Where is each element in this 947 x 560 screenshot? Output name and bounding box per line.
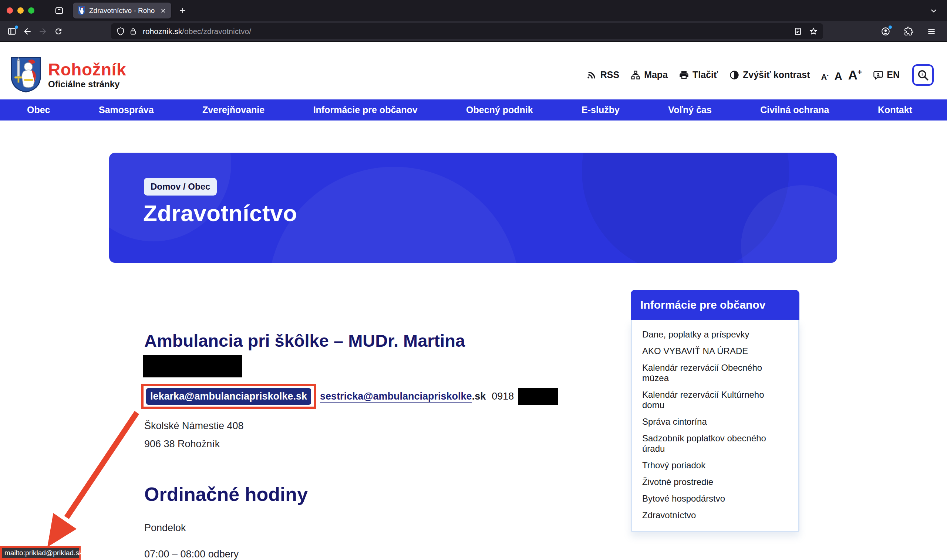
browser-window: Zdravotníctvo - Rohožník xyxy=(0,0,947,560)
site-logo[interactable]: Rohožník Oficiálne stránky xyxy=(10,56,126,93)
account-notification-dot xyxy=(888,26,892,29)
annotation-highlight-box: lekarka@ambulanciapriskolke.sk xyxy=(141,384,316,409)
sidebar-item-kalendar-muzea[interactable]: Kalendár rezervácií Obecného múzea xyxy=(642,363,788,383)
nav-item-informacie[interactable]: Informácie pre občanov xyxy=(313,105,418,115)
language-switcher[interactable]: EN xyxy=(873,69,900,80)
forward-button[interactable] xyxy=(36,25,49,38)
reload-button[interactable] xyxy=(52,25,65,38)
tab-title: Zdravotníctvo - Rohožník xyxy=(89,7,155,15)
sidebar-item-sprava-cintorina[interactable]: Správa cintorína xyxy=(642,417,788,427)
hours-heading: Ordinačné hodiny xyxy=(144,483,581,505)
sidebar-item-dane[interactable]: Dane, poplatky a príspevky xyxy=(642,329,788,340)
sidebar-toggle-button[interactable] xyxy=(5,25,19,38)
tab-favicon xyxy=(77,6,85,15)
lock-icon[interactable] xyxy=(129,27,137,36)
account-button[interactable] xyxy=(879,25,892,38)
breadcrumb[interactable]: Domov / Obec xyxy=(144,178,217,195)
contrast-toggle[interactable]: Zvýšiť kontrast xyxy=(729,69,810,80)
new-tab-button[interactable] xyxy=(177,5,188,16)
bookmark-star-icon[interactable] xyxy=(809,27,818,36)
tab-bar: Zdravotníctvo - Rohožník xyxy=(0,0,947,21)
header-utilities: RSS Mapa Tlačiť xyxy=(587,42,934,99)
webpage: Rohožník Oficiálne stránky RSS Mapa xyxy=(0,42,947,560)
clinic-heading: Ambulancia pri škôlke – MUDr. Martina xyxy=(144,330,581,352)
sitemap-icon xyxy=(630,70,641,80)
sidebar-item-bytove-hospodarstvo[interactable]: Bytové hospodárstvo xyxy=(642,494,788,504)
nurse-email-link[interactable]: sestricka@ambulanciapriskolke xyxy=(320,391,472,402)
print-label: Tlačiť xyxy=(693,69,718,80)
hero-banner: Domov / Obec Zdravotníctvo xyxy=(109,153,837,263)
nurse-email-suffix: .sk xyxy=(472,391,486,402)
nav-item-obec[interactable]: Obec xyxy=(27,105,50,115)
rss-label: RSS xyxy=(600,69,619,80)
phone-number: 0918 xyxy=(492,391,514,402)
redaction-box-phone xyxy=(518,388,558,405)
contrast-label: Zvýšiť kontrast xyxy=(743,69,810,80)
sitemap-link[interactable]: Mapa xyxy=(630,69,668,80)
print-link[interactable]: Tlačiť xyxy=(679,69,718,80)
redaction-box-name xyxy=(143,355,242,377)
sitemap-label: Mapa xyxy=(644,69,668,80)
status-bar-url: mailto:priklad@priklad.sk xyxy=(5,549,82,557)
hero-decoration xyxy=(109,153,231,242)
font-normal-button[interactable]: A xyxy=(834,70,842,82)
url-path: /obec/zdravotnictvo/ xyxy=(182,27,251,35)
day-label: Pondelok xyxy=(144,522,581,534)
status-bar-tooltip: mailto:priklad@priklad.sk xyxy=(0,546,81,560)
browser-tab[interactable]: Zdravotníctvo - Rohožník xyxy=(73,3,171,18)
search-button[interactable] xyxy=(912,64,934,86)
nav-item-kontakt[interactable]: Kontakt xyxy=(878,105,912,115)
main-navigation: Obec Samospráva Zverejňovanie Informácie… xyxy=(0,99,947,120)
zoom-window-button[interactable] xyxy=(28,8,34,14)
sidebar-item-zdravotnictvo[interactable]: Zdravotníctvo xyxy=(642,510,788,520)
url-text[interactable]: rohoznik.sk/obec/zdravotnictvo/ xyxy=(143,27,251,36)
language-icon xyxy=(873,70,883,80)
address-block: Školské Námestie 408 906 38 Rohožník xyxy=(144,420,581,450)
page-title: Zdravotníctvo xyxy=(143,200,297,226)
font-larger-button[interactable]: A+ xyxy=(848,68,862,82)
language-label: EN xyxy=(887,69,900,80)
nav-item-volny-cas[interactable]: Voľný čas xyxy=(668,105,712,115)
minimize-window-button[interactable] xyxy=(17,8,24,14)
nav-item-samosprava[interactable]: Samospráva xyxy=(99,105,154,115)
nav-item-obecny-podnik[interactable]: Obecný podnik xyxy=(466,105,533,115)
rss-link[interactable]: RSS xyxy=(587,69,619,80)
sidebar-item-kalendar-domu[interactable]: Kalendár rezervácií Kultúrneho domu xyxy=(642,389,788,410)
coat-of-arms-icon xyxy=(10,56,42,93)
firefox-view-icon[interactable] xyxy=(54,5,65,16)
sidebar-item-zivotne-prostredie[interactable]: Životné prostredie xyxy=(642,477,788,487)
url-bar[interactable]: rohoznik.sk/obec/zdravotnictvo/ xyxy=(111,23,823,39)
rss-icon xyxy=(587,70,597,80)
traffic-lights xyxy=(7,8,34,14)
tracking-shield-icon[interactable] xyxy=(116,27,125,36)
main-content: Ambulancia pri škôlke – MUDr. Martina le… xyxy=(144,330,581,560)
nav-item-e-sluzby[interactable]: E-služby xyxy=(581,105,620,115)
site-name: Rohožník xyxy=(48,60,126,79)
extensions-button[interactable] xyxy=(902,25,915,38)
contrast-icon xyxy=(729,70,739,80)
hero-decoration xyxy=(268,167,520,263)
address-line-1: Školské Námestie 408 xyxy=(144,420,581,432)
address-line-2: 906 38 Rohožník xyxy=(144,438,581,450)
nav-item-zverejnovanie[interactable]: Zverejňovanie xyxy=(202,105,264,115)
sidebar-item-sadzobnik[interactable]: Sadzobník poplatkov obecného úradu xyxy=(642,433,788,454)
navigation-toolbar: rohoznik.sk/obec/zdravotnictvo/ xyxy=(0,21,947,42)
doctor-email-link[interactable]: lekarka@ambulanciapriskolke.sk xyxy=(146,388,311,405)
notification-dot xyxy=(15,26,18,29)
printer-icon xyxy=(679,70,689,80)
site-subtitle: Oficiálne stránky xyxy=(48,79,126,89)
sidebar-list: Dane, poplatky a príspevky AKO VYBAVIŤ N… xyxy=(631,320,799,532)
url-domain: rohoznik.sk xyxy=(143,27,182,35)
menu-button[interactable] xyxy=(925,25,938,38)
font-smaller-button[interactable]: A- xyxy=(821,72,828,82)
sidebar-item-ako-vybavit[interactable]: AKO VYBAVIŤ NA ÚRADE xyxy=(642,346,788,356)
close-window-button[interactable] xyxy=(7,8,13,14)
tab-close-icon[interactable] xyxy=(159,6,168,15)
nav-item-civilna-ochrana[interactable]: Civilná ochrana xyxy=(760,105,829,115)
sidebar-item-trhovy-poriadok[interactable]: Trhový poriadok xyxy=(642,460,788,471)
reader-mode-icon[interactable] xyxy=(793,27,802,36)
tab-list-chevron-icon[interactable] xyxy=(928,6,939,16)
font-size-controls: A- A A+ xyxy=(821,68,862,82)
back-button[interactable] xyxy=(21,25,34,38)
hours-value: 07:00 – 08:00 odbery xyxy=(144,549,581,560)
